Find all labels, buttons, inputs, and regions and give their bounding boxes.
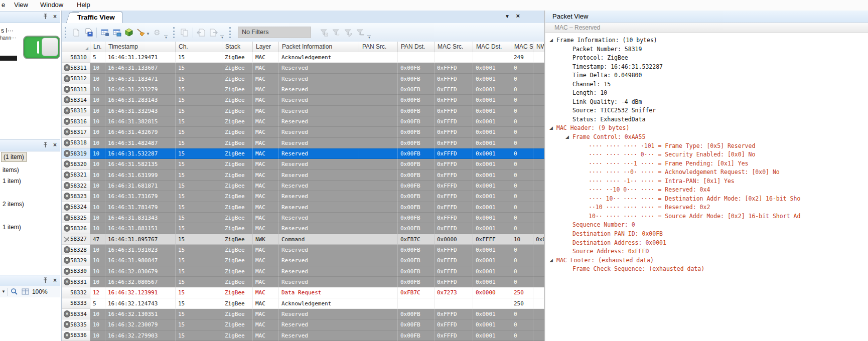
packet-tree-node[interactable]: Link Quality: -4 dBm xyxy=(545,98,868,107)
menu-item-window[interactable]: Window xyxy=(40,1,63,9)
packet-tree-node[interactable]: Frame Check Sequence: (exhausted data) xyxy=(545,265,868,274)
packet-tree-node[interactable]: ◢Frame Control: 0xAA55 xyxy=(545,133,868,142)
tab-traffic-view[interactable]: Traffic View xyxy=(72,12,122,23)
column-header-pan_src[interactable]: PAN Src. xyxy=(359,42,398,52)
packet-tree-node[interactable]: Packet Number: 58319 xyxy=(545,45,868,54)
table-row[interactable]: ✕583351016:46:32.23007915ZigBeeMACReserv… xyxy=(62,319,544,330)
import-packets-icon[interactable] xyxy=(195,27,207,39)
packet-tree-node[interactable]: ···· ···· ·1·· ···· = Intra-PAN: [0x1] Y… xyxy=(545,177,868,186)
clear-traffic-icon[interactable] xyxy=(135,27,147,39)
expand-triangle-icon[interactable]: ◢ xyxy=(565,133,572,142)
toolbar-overflow-icon[interactable]: ▼ xyxy=(219,31,225,39)
packet-tree-node[interactable]: Length: 10 xyxy=(545,89,868,98)
column-header-ts[interactable]: Timestamp xyxy=(105,42,176,52)
packet-tree-node[interactable]: Source: TICC2532 Sniffer xyxy=(545,106,868,115)
column-header-num[interactable]: ◢ xyxy=(62,42,90,52)
table-row[interactable]: ✕583191016:46:31.53228715ZigBeeMACReserv… xyxy=(62,148,544,159)
packet-tree-node[interactable]: Protocol: ZigBee xyxy=(545,54,868,63)
menu-item-file-partial[interactable]: e xyxy=(2,1,5,9)
fit-view-icon[interactable] xyxy=(22,288,29,295)
table-row[interactable]: ✕583161016:46:31.38281515ZigBeeMACReserv… xyxy=(62,116,544,127)
column-header-ch[interactable]: Ch. xyxy=(176,42,222,52)
table-row[interactable]: 58333516:46:32.12474315ZigBeeMACAcknowle… xyxy=(62,298,544,309)
table-row[interactable]: ✕583231016:46:31.73167915ZigBeeMACReserv… xyxy=(62,191,544,202)
column-header-pan_dst[interactable]: PAN Dst. xyxy=(398,42,435,52)
table-row[interactable]: ✕583221016:46:31.68187115ZigBeeMACReserv… xyxy=(62,181,544,191)
table-row[interactable]: 58310516:46:31.12947115ZigBeeMACAcknowle… xyxy=(62,52,544,63)
time-view-icon[interactable] xyxy=(99,27,111,39)
network-view-icon[interactable] xyxy=(111,27,123,39)
table-row[interactable]: ✕583341016:46:32.13035115ZigBeeMACReserv… xyxy=(62,309,544,319)
device-tree-item[interactable]: (1 item) xyxy=(1,152,27,162)
tab-close-icon[interactable]: × xyxy=(516,12,520,20)
table-row[interactable]: ✕583311016:46:32.08056715ZigBeeMACReserv… xyxy=(62,277,544,287)
settings-gear-icon[interactable]: ⚙ xyxy=(151,27,163,39)
table-row[interactable]: ✕583141016:46:31.28314315ZigBeeMACReserv… xyxy=(62,95,544,105)
packet-tree-node[interactable]: ···· ···· ··0· ···· = Acknowledgement Re… xyxy=(545,168,868,177)
column-header-nwk[interactable]: NW xyxy=(533,42,544,52)
world-view-icon[interactable] xyxy=(123,27,135,39)
toggle-knob[interactable] xyxy=(42,38,58,56)
packet-tree-node[interactable]: Timestamp: 16:46:31.532287 xyxy=(545,63,868,72)
table-row[interactable]: ✕583301016:46:32.03067915ZigBeeMACReserv… xyxy=(62,266,544,277)
toolbar-grip[interactable] xyxy=(65,27,68,38)
filter-new-icon[interactable] xyxy=(330,27,342,39)
toolbar-overflow-icon[interactable]: ▼ xyxy=(366,31,372,39)
column-header-mac_src[interactable]: MAC Src. xyxy=(435,42,473,52)
device-tree-item[interactable]: 1 item) xyxy=(1,223,23,232)
packet-tree-node[interactable]: ◢Frame Information: (10 bytes) xyxy=(545,36,868,45)
table-row[interactable]: ✕583241016:46:31.78147915ZigBeeMACReserv… xyxy=(62,202,544,213)
tab-list-dropdown-icon[interactable]: ▼ xyxy=(505,14,510,19)
packet-tree-node[interactable]: Destination Address: 0x0001 xyxy=(545,239,868,248)
packet-tree-node[interactable]: Sequence Number: 0 xyxy=(545,221,868,230)
packet-tree-node[interactable]: ···· ···· ···· 0··· = Security Enabled: … xyxy=(545,150,868,159)
table-row[interactable]: ✕583291016:46:31.98084715ZigBeeMACReserv… xyxy=(62,255,544,266)
pin-icon[interactable] xyxy=(43,14,48,20)
packet-tree-node[interactable]: ··10 ···· ···· ···· = Reserved: 0x2 xyxy=(545,203,868,212)
packet-tree-node[interactable]: Destination PAN ID: 0x00FB xyxy=(545,230,868,239)
expand-triangle-icon[interactable]: ◢ xyxy=(549,124,556,133)
packet-tree-node[interactable]: ◢MAC Header: (9 bytes) xyxy=(545,124,868,133)
table-row[interactable]: 583274716:46:31.89576715ZigBeeNWKCommand… xyxy=(62,234,544,245)
column-header-ln[interactable]: Ln. xyxy=(90,42,105,52)
table-row[interactable]: ✕583281016:46:31.93102315ZigBeeMACReserv… xyxy=(62,245,544,255)
packet-tree-node[interactable]: Status: ExhaustedData xyxy=(545,115,868,124)
export-packets-icon[interactable] xyxy=(207,27,219,39)
table-row[interactable]: 583321216:46:32.12399115ZigBeeMACData Re… xyxy=(62,287,544,298)
table-row[interactable]: ✕583261016:46:31.88115115ZigBeeMACReserv… xyxy=(62,223,544,234)
pin-icon[interactable] xyxy=(43,277,48,283)
table-row[interactable]: ✕583361016:46:32.27990315ZigBeeMACReserv… xyxy=(62,330,544,341)
expand-triangle-icon[interactable]: ◢ xyxy=(549,36,556,45)
copy-packets-icon[interactable] xyxy=(179,27,191,39)
new-capture-icon[interactable] xyxy=(70,27,82,39)
device-tree-item[interactable]: 2 items) xyxy=(1,200,26,209)
table-row[interactable]: ✕583181016:46:31.48248715ZigBeeMACReserv… xyxy=(62,138,544,148)
device-tree-item[interactable]: items) xyxy=(1,165,21,175)
column-header-layer[interactable]: Layer xyxy=(253,42,279,52)
expand-triangle-icon[interactable]: ◢ xyxy=(549,256,556,265)
toolbar-grip[interactable] xyxy=(229,27,232,38)
table-row[interactable]: ✕583131016:46:31.23327915ZigBeeMACReserv… xyxy=(62,84,544,95)
column-header-stack[interactable]: Stack xyxy=(222,42,253,52)
menu-item-help[interactable]: Help xyxy=(77,1,90,9)
packet-tree-node[interactable]: Time Delta: 0.049800 xyxy=(545,71,868,80)
packet-tree-node[interactable]: 10·· ···· ···· ···· = Source Addr Mode: … xyxy=(545,212,868,221)
filter-remove-icon[interactable] xyxy=(354,27,366,39)
capture-toggle[interactable] xyxy=(23,36,60,59)
filter-edit-icon[interactable] xyxy=(342,27,354,39)
table-row[interactable]: ✕583111016:46:31.13360715ZigBeeMACReserv… xyxy=(62,63,544,73)
chevron-down-icon[interactable]: ▼ xyxy=(146,32,150,36)
packet-tree-node[interactable]: Source Address: 0xFFFD xyxy=(545,247,868,256)
packet-tree-node[interactable]: ···· ··10 0··· ···· = Reserved: 0x4 xyxy=(545,186,868,195)
filter-input[interactable]: No Filters xyxy=(238,27,311,38)
table-row[interactable]: ✕583201016:46:31.58213515ZigBeeMACReserv… xyxy=(62,159,544,169)
magnifier-icon[interactable] xyxy=(11,288,18,295)
device-tree-item[interactable]: 1 item) xyxy=(1,177,23,186)
table-row[interactable]: ✕583151016:46:31.33294315ZigBeeMACReserv… xyxy=(62,106,544,116)
column-header-mac_dst[interactable]: MAC Dst. xyxy=(473,42,511,52)
menu-item-view[interactable]: View xyxy=(14,1,28,9)
chevron-down-icon[interactable]: ▼ xyxy=(2,289,6,294)
close-icon[interactable]: × xyxy=(53,13,57,21)
filter-apply-icon[interactable]: n xyxy=(318,27,330,39)
table-row[interactable]: ✕583121016:46:31.18347115ZigBeeMACReserv… xyxy=(62,74,544,84)
